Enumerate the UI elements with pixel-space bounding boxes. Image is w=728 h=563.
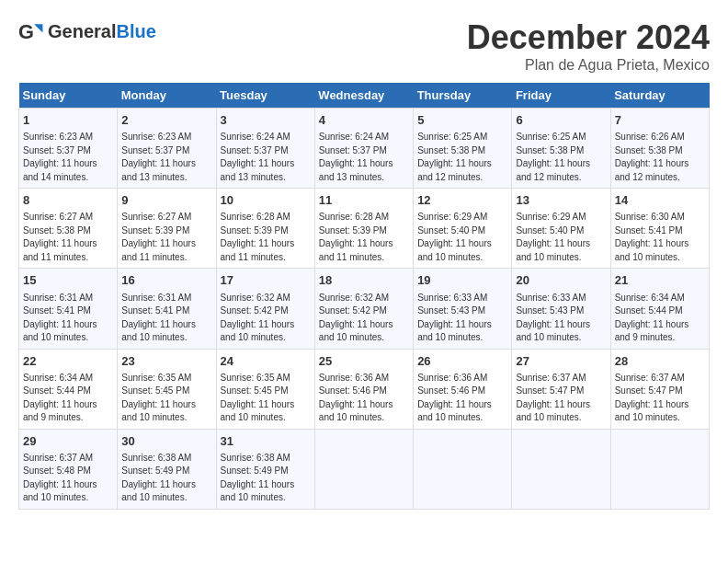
day-number: 11	[319, 192, 409, 209]
day-number: 3	[221, 112, 311, 129]
day-info: Sunrise: 6:32 AM Sunset: 5:42 PM Dayligh…	[221, 292, 311, 345]
column-header-wednesday: Wednesday	[314, 83, 413, 109]
day-number: 15	[23, 272, 113, 289]
day-info: Sunrise: 6:31 AM Sunset: 5:41 PM Dayligh…	[23, 292, 113, 345]
location-title: Plan de Agua Prieta, Mexico	[467, 57, 710, 74]
day-cell: 24Sunrise: 6:35 AM Sunset: 5:45 PM Dayli…	[216, 349, 314, 429]
column-header-monday: Monday	[118, 83, 216, 109]
day-number: 30	[121, 433, 211, 450]
week-row-5: 29Sunrise: 6:37 AM Sunset: 5:48 PM Dayli…	[19, 429, 710, 509]
day-number: 29	[23, 433, 113, 450]
day-info: Sunrise: 6:36 AM Sunset: 5:46 PM Dayligh…	[417, 372, 507, 425]
day-number: 5	[417, 112, 507, 129]
day-info: Sunrise: 6:38 AM Sunset: 5:49 PM Dayligh…	[121, 452, 211, 505]
week-row-3: 15Sunrise: 6:31 AM Sunset: 5:41 PM Dayli…	[19, 269, 710, 349]
day-number: 24	[221, 353, 311, 370]
day-cell: 3Sunrise: 6:24 AM Sunset: 5:37 PM Daylig…	[216, 109, 314, 189]
day-cell: 5Sunrise: 6:25 AM Sunset: 5:38 PM Daylig…	[414, 109, 512, 189]
day-cell: 7Sunrise: 6:26 AM Sunset: 5:38 PM Daylig…	[610, 109, 709, 189]
day-cell	[512, 429, 610, 509]
day-cell	[314, 429, 413, 509]
day-number: 17	[221, 272, 311, 289]
day-info: Sunrise: 6:35 AM Sunset: 5:45 PM Dayligh…	[221, 372, 311, 425]
column-header-thursday: Thursday	[414, 83, 512, 109]
month-title: December 2024	[467, 18, 710, 57]
column-header-saturday: Saturday	[610, 83, 709, 109]
day-cell: 28Sunrise: 6:37 AM Sunset: 5:47 PM Dayli…	[610, 349, 709, 429]
day-info: Sunrise: 6:36 AM Sunset: 5:46 PM Dayligh…	[319, 372, 409, 425]
day-number: 18	[319, 272, 409, 289]
day-info: Sunrise: 6:24 AM Sunset: 5:37 PM Dayligh…	[221, 131, 311, 184]
day-cell: 29Sunrise: 6:37 AM Sunset: 5:48 PM Dayli…	[19, 429, 118, 509]
day-number: 26	[417, 353, 507, 370]
day-cell: 4Sunrise: 6:24 AM Sunset: 5:37 PM Daylig…	[314, 109, 413, 189]
day-cell: 11Sunrise: 6:28 AM Sunset: 5:39 PM Dayli…	[314, 189, 413, 269]
day-cell-1: 1Sunrise: 6:23 AM Sunset: 5:37 PM Daylig…	[19, 109, 118, 189]
logo: G GeneralBlue	[18, 18, 156, 44]
day-number: 22	[23, 353, 113, 370]
title-section: December 2024 Plan de Agua Prieta, Mexic…	[467, 18, 710, 74]
calendar-table: SundayMondayTuesdayWednesdayThursdayFrid…	[18, 83, 710, 510]
day-cell: 2Sunrise: 6:23 AM Sunset: 5:37 PM Daylig…	[118, 109, 216, 189]
week-row-4: 22Sunrise: 6:34 AM Sunset: 5:44 PM Dayli…	[19, 349, 710, 429]
day-cell: 9Sunrise: 6:27 AM Sunset: 5:39 PM Daylig…	[118, 189, 216, 269]
day-cell: 18Sunrise: 6:32 AM Sunset: 5:42 PM Dayli…	[314, 269, 413, 349]
day-cell: 10Sunrise: 6:28 AM Sunset: 5:39 PM Dayli…	[216, 189, 314, 269]
day-cell: 20Sunrise: 6:33 AM Sunset: 5:43 PM Dayli…	[512, 269, 610, 349]
day-info: Sunrise: 6:37 AM Sunset: 5:48 PM Dayligh…	[23, 452, 113, 505]
day-number: 9	[121, 192, 211, 209]
header-row: SundayMondayTuesdayWednesdayThursdayFrid…	[19, 83, 710, 109]
day-info: Sunrise: 6:28 AM Sunset: 5:39 PM Dayligh…	[221, 211, 311, 264]
day-info: Sunrise: 6:38 AM Sunset: 5:49 PM Dayligh…	[221, 452, 311, 505]
logo-general: General	[48, 21, 116, 41]
day-number: 19	[417, 272, 507, 289]
day-cell: 17Sunrise: 6:32 AM Sunset: 5:42 PM Dayli…	[216, 269, 314, 349]
day-info: Sunrise: 6:37 AM Sunset: 5:47 PM Dayligh…	[516, 372, 606, 425]
day-info: Sunrise: 6:29 AM Sunset: 5:40 PM Dayligh…	[417, 211, 507, 264]
day-cell	[610, 429, 709, 509]
day-number: 4	[319, 112, 409, 129]
day-number: 28	[615, 353, 705, 370]
day-cell: 27Sunrise: 6:37 AM Sunset: 5:47 PM Dayli…	[512, 349, 610, 429]
day-info: Sunrise: 6:37 AM Sunset: 5:47 PM Dayligh…	[615, 372, 705, 425]
day-number: 7	[615, 112, 705, 129]
day-info: Sunrise: 6:27 AM Sunset: 5:38 PM Dayligh…	[23, 211, 113, 264]
svg-marker-1	[34, 24, 42, 32]
day-cell: 30Sunrise: 6:38 AM Sunset: 5:49 PM Dayli…	[118, 429, 216, 509]
day-cell: 31Sunrise: 6:38 AM Sunset: 5:49 PM Dayli…	[216, 429, 314, 509]
day-number: 2	[121, 112, 211, 129]
day-cell	[414, 429, 512, 509]
day-info: Sunrise: 6:25 AM Sunset: 5:38 PM Dayligh…	[417, 131, 507, 184]
day-cell: 22Sunrise: 6:34 AM Sunset: 5:44 PM Dayli…	[19, 349, 118, 429]
day-info: Sunrise: 6:33 AM Sunset: 5:43 PM Dayligh…	[516, 292, 606, 345]
day-cell: 15Sunrise: 6:31 AM Sunset: 5:41 PM Dayli…	[19, 269, 118, 349]
day-number: 16	[121, 272, 211, 289]
day-cell: 23Sunrise: 6:35 AM Sunset: 5:45 PM Dayli…	[118, 349, 216, 429]
column-header-friday: Friday	[512, 83, 610, 109]
day-cell: 21Sunrise: 6:34 AM Sunset: 5:44 PM Dayli…	[610, 269, 709, 349]
day-cell: 16Sunrise: 6:31 AM Sunset: 5:41 PM Dayli…	[118, 269, 216, 349]
day-cell: 14Sunrise: 6:30 AM Sunset: 5:41 PM Dayli…	[610, 189, 709, 269]
day-number: 20	[516, 272, 606, 289]
day-cell: 13Sunrise: 6:29 AM Sunset: 5:40 PM Dayli…	[512, 189, 610, 269]
logo-blue: Blue	[116, 21, 155, 41]
day-info: Sunrise: 6:25 AM Sunset: 5:38 PM Dayligh…	[516, 131, 606, 184]
day-info: Sunrise: 6:23 AM Sunset: 5:37 PM Dayligh…	[121, 131, 211, 184]
day-number: 6	[516, 112, 606, 129]
day-info: Sunrise: 6:30 AM Sunset: 5:41 PM Dayligh…	[615, 211, 705, 264]
day-info: Sunrise: 6:32 AM Sunset: 5:42 PM Dayligh…	[319, 292, 409, 345]
day-number: 12	[417, 192, 507, 209]
day-number: 8	[23, 192, 113, 209]
week-row-1: 1Sunrise: 6:23 AM Sunset: 5:37 PM Daylig…	[19, 109, 710, 189]
day-cell: 8Sunrise: 6:27 AM Sunset: 5:38 PM Daylig…	[19, 189, 118, 269]
day-number: 27	[516, 353, 606, 370]
day-cell: 19Sunrise: 6:33 AM Sunset: 5:43 PM Dayli…	[414, 269, 512, 349]
day-number: 21	[615, 272, 705, 289]
day-number: 14	[615, 192, 705, 209]
day-info: Sunrise: 6:24 AM Sunset: 5:37 PM Dayligh…	[319, 131, 409, 184]
page-header: G GeneralBlue December 2024 Plan de Agua…	[18, 18, 710, 74]
column-header-tuesday: Tuesday	[216, 83, 314, 109]
day-number: 31	[221, 433, 311, 450]
day-info: Sunrise: 6:31 AM Sunset: 5:41 PM Dayligh…	[121, 292, 211, 345]
day-cell: 25Sunrise: 6:36 AM Sunset: 5:46 PM Dayli…	[314, 349, 413, 429]
